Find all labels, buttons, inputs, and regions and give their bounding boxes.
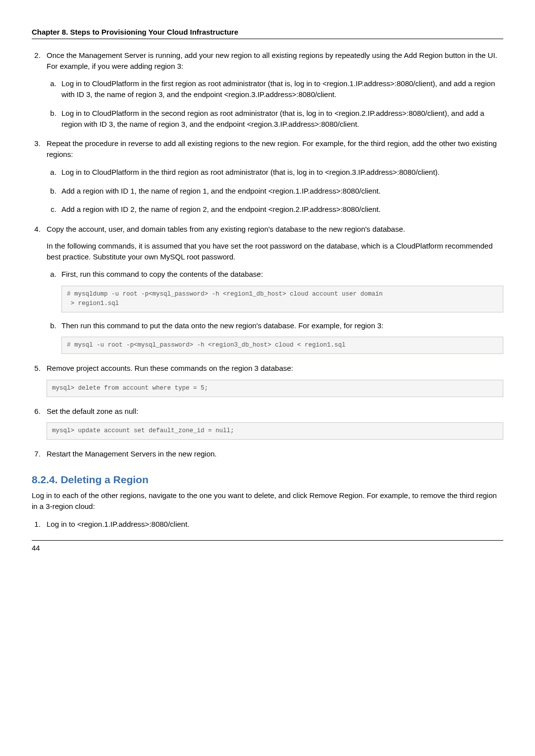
- main-numbered-list: Once the Management Server is running, a…: [32, 50, 503, 459]
- step-7-text: Restart the Management Servers in the ne…: [47, 450, 217, 458]
- step-2b: Log in to CloudPlatform in the second re…: [58, 108, 503, 130]
- step-4b-text: Then run this command to put the data on…: [61, 321, 383, 330]
- step-4: Copy the account, user, and domain table…: [43, 224, 503, 354]
- code-block-delete-account: mysql> delete from account where type = …: [47, 380, 503, 397]
- step-2-text: Once the Management Server is running, a…: [47, 51, 497, 70]
- step-5-text: Remove project accounts. Run these comma…: [47, 364, 293, 372]
- step-3: Repeat the procedure in reverse to add a…: [43, 138, 503, 215]
- step-4a-text: First, run this command to copy the cont…: [61, 270, 263, 278]
- step-3b: Add a region with ID 1, the name of regi…: [58, 186, 503, 197]
- step-2: Once the Management Server is running, a…: [43, 50, 503, 130]
- step-7: Restart the Management Servers in the ne…: [43, 449, 503, 459]
- step-3a: Log in to CloudPlatform in the third reg…: [58, 167, 503, 178]
- step-4b: Then run this command to put the data on…: [58, 320, 503, 354]
- step-4a: First, run this command to copy the cont…: [58, 269, 503, 312]
- delete-region-list: Log in to <region.1.IP.address>:8080/cli…: [32, 519, 503, 530]
- step-2-sublist: Log in to CloudPlatform in the first reg…: [47, 78, 503, 129]
- step-4-text: Copy the account, user, and domain table…: [47, 225, 405, 233]
- step-3-text: Repeat the procedure in reverse to add a…: [47, 139, 497, 158]
- step-3c: Add a region with ID 2, the name of regi…: [58, 204, 503, 215]
- step-3-sublist: Log in to CloudPlatform in the third reg…: [47, 167, 503, 215]
- footer-rule: [32, 540, 503, 541]
- step-6-text: Set the default zone as null:: [47, 407, 138, 415]
- step-2a: Log in to CloudPlatform in the first reg…: [58, 78, 503, 100]
- code-block-mysqldump: # mysqldump -u root -p<mysql_password> -…: [61, 286, 503, 312]
- step-5: Remove project accounts. Run these comma…: [43, 363, 503, 397]
- section-intro: Log in to each of the other regions, nav…: [32, 490, 503, 512]
- step-4-sublist: First, run this command to copy the cont…: [47, 269, 503, 354]
- header-rule: [32, 39, 503, 39]
- code-block-update-zone: mysql> update account set default_zone_i…: [47, 422, 503, 440]
- step-4-para: In the following commands, it is assumed…: [47, 241, 503, 262]
- section-heading-deleting-region: 8.2.4. Deleting a Region: [32, 472, 503, 487]
- chapter-header: Chapter 8. Steps to Provisioning Your Cl…: [32, 27, 503, 38]
- delete-step-1: Log in to <region.1.IP.address>:8080/cli…: [43, 519, 503, 530]
- step-6: Set the default zone as null: mysql> upd…: [43, 406, 503, 440]
- code-block-mysql-import: # mysql -u root -p<mysql_password> -h <r…: [61, 337, 503, 354]
- page-number: 44: [32, 543, 503, 554]
